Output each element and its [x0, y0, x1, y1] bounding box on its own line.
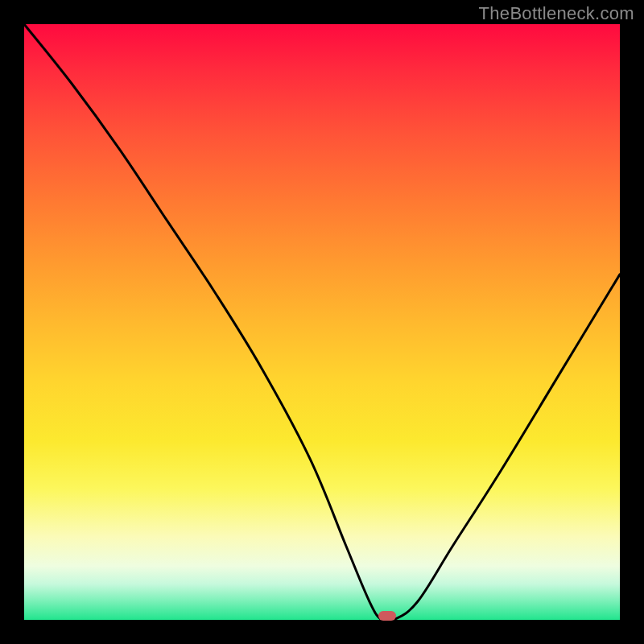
plot-area [24, 24, 620, 620]
watermark-text: TheBottleneck.com [479, 3, 634, 24]
chart-frame: TheBottleneck.com [0, 0, 644, 644]
optimal-point-marker [378, 611, 396, 621]
bottleneck-curve [24, 24, 620, 620]
